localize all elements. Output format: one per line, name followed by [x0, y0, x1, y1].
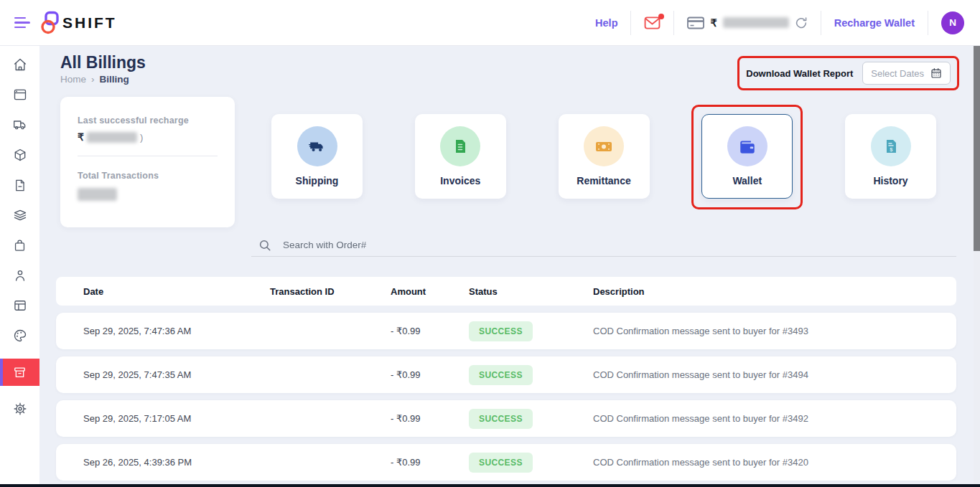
cell-amount: - ₹0.99 — [391, 413, 469, 424]
sidebar-item-shipments[interactable] — [0, 118, 39, 132]
document-icon — [13, 179, 27, 192]
table-row[interactable]: Sep 29, 2025, 7:47:36 AM - ₹0.99 SUCCESS… — [56, 313, 956, 349]
sidebar-item-billing-active[interactable] — [0, 359, 39, 386]
sidebar-nav — [0, 46, 39, 484]
search-input[interactable] — [283, 240, 714, 250]
layout-table-icon — [13, 298, 27, 313]
tab-wallet-wrap: Wallet — [701, 114, 793, 199]
help-link[interactable]: Help — [595, 17, 617, 29]
user-avatar[interactable]: N — [941, 11, 964, 34]
cell-date: Sep 26, 2025, 4:39:36 PM — [83, 457, 270, 468]
col-amount: Amount — [391, 286, 469, 297]
header-divider — [928, 11, 928, 35]
balance-currency: ₹ — [710, 17, 717, 29]
sidebar-item-home[interactable] — [0, 57, 39, 72]
billing-tabs: Shipping Invoices Remittance Wallet — [271, 114, 936, 200]
sidebar-item-inventory[interactable] — [0, 208, 39, 222]
sidebar-item-settings[interactable] — [0, 402, 39, 416]
status-badge: SUCCESS — [469, 321, 533, 341]
download-wallet-report-button[interactable]: Download Wallet Report — [746, 68, 853, 79]
credit-card-icon — [687, 16, 704, 29]
col-status: Status — [469, 286, 593, 297]
total-transactions-label: Total Transactions — [78, 171, 218, 181]
select-dates-button[interactable]: Select Dates — [862, 62, 951, 85]
cell-amount: - ₹0.99 — [391, 326, 469, 336]
banknote-icon — [594, 136, 614, 156]
breadcrumb-billing: Billing — [100, 74, 129, 85]
sidebar-item-products[interactable] — [0, 238, 39, 252]
sidebar-item-orders[interactable] — [0, 148, 39, 162]
breadcrumb-home[interactable]: Home — [60, 74, 86, 85]
header-divider — [821, 11, 821, 35]
summary-divider — [78, 156, 218, 156]
tab-wallet-selected[interactable]: Wallet — [701, 114, 793, 199]
tab-label: Shipping — [296, 175, 339, 186]
sidebar-item-customers[interactable] — [0, 268, 39, 283]
refresh-balance-icon[interactable] — [795, 16, 808, 29]
top-header: SHIFT Help ₹ — [0, 0, 980, 46]
palette-icon — [13, 328, 27, 343]
tab-label: Remittance — [577, 175, 630, 186]
main-content: All Billings Home › Billing Download Wal… — [39, 46, 980, 484]
brand-logo-text: SHIFT — [62, 14, 117, 32]
table-row[interactable]: Sep 26, 2025, 4:39:36 PM - ₹0.99 SUCCESS… — [56, 444, 956, 481]
remittance-circle — [584, 126, 624, 166]
status-badge: SUCCESS — [469, 453, 533, 473]
tab-history[interactable]: $ History — [845, 114, 936, 199]
tab-shipping[interactable]: Shipping — [271, 114, 363, 199]
scrollbar-thumb[interactable] — [974, 46, 980, 251]
wallet-summary-card: Last successful recharge ₹ ) Total Trans… — [60, 97, 235, 227]
archive-billing-icon — [13, 366, 27, 379]
scrollbar[interactable] — [974, 46, 980, 484]
last-recharge-currency: ₹ — [78, 131, 84, 143]
table-row[interactable]: Sep 29, 2025, 7:17:05 AM - ₹0.99 SUCCESS… — [56, 400, 956, 437]
cell-date: Sep 29, 2025, 7:17:05 AM — [83, 413, 270, 424]
wallet-icon — [738, 137, 757, 156]
sidebar-item-documents[interactable] — [0, 178, 39, 192]
sidebar-item-channels[interactable] — [0, 88, 39, 102]
tab-remittance[interactable]: Remittance — [559, 114, 650, 199]
tab-label: History — [873, 175, 907, 186]
receipt-icon: $ — [882, 138, 900, 155]
bottom-edge-bar — [0, 484, 980, 487]
wallet-circle — [727, 126, 767, 166]
cell-description: COD Confirmation message sent to buyer f… — [593, 326, 956, 336]
gear-icon — [13, 402, 27, 416]
page-title: All Billings — [60, 53, 146, 72]
breadcrumb-separator: › — [91, 74, 95, 85]
header-divider — [630, 11, 631, 35]
notifications-mail-icon[interactable] — [644, 16, 661, 29]
cell-amount: - ₹0.99 — [391, 369, 469, 380]
tab-invoices[interactable]: Invoices — [415, 114, 506, 199]
search-icon — [258, 239, 271, 252]
brand-logo-icon — [40, 11, 60, 34]
table-row[interactable]: Sep 29, 2025, 7:47:35 AM - ₹0.99 SUCCESS… — [56, 356, 956, 393]
select-dates-label: Select Dates — [871, 68, 924, 79]
cell-description: COD Confirmation message sent to buyer f… — [593, 413, 956, 424]
col-date: Date — [83, 286, 270, 297]
col-description: Description — [593, 286, 956, 297]
transactions-table: Date Transaction ID Amount Status Descri… — [56, 277, 956, 484]
cell-date: Sep 29, 2025, 7:47:36 AM — [83, 326, 270, 336]
tab-label: Wallet — [732, 175, 762, 186]
brand-logo[interactable]: SHIFT — [40, 11, 117, 34]
search-bar — [251, 234, 956, 257]
last-recharge-label: Last successful recharge — [78, 115, 218, 126]
hamburger-menu-icon[interactable] — [14, 17, 30, 29]
home-icon — [13, 57, 27, 72]
last-recharge-redacted — [87, 132, 137, 143]
truck-icon — [13, 118, 27, 132]
download-report-annotation: Download Wallet Report Select Dates — [737, 56, 959, 90]
header-divider — [673, 11, 674, 35]
cell-description: COD Confirmation message sent to buyer f… — [593, 369, 956, 380]
shipping-circle — [297, 126, 337, 166]
cell-amount: - ₹0.99 — [391, 457, 469, 468]
status-badge: SUCCESS — [469, 365, 533, 385]
recharge-wallet-button[interactable]: Recharge Wallet — [834, 17, 915, 29]
browser-card-icon — [13, 88, 27, 102]
invoices-circle — [440, 126, 480, 166]
masked-suffix: ) — [140, 132, 143, 143]
cell-date: Sep 29, 2025, 7:47:35 AM — [83, 369, 270, 380]
sidebar-item-appearance[interactable] — [0, 328, 39, 343]
sidebar-item-reports[interactable] — [0, 298, 39, 313]
